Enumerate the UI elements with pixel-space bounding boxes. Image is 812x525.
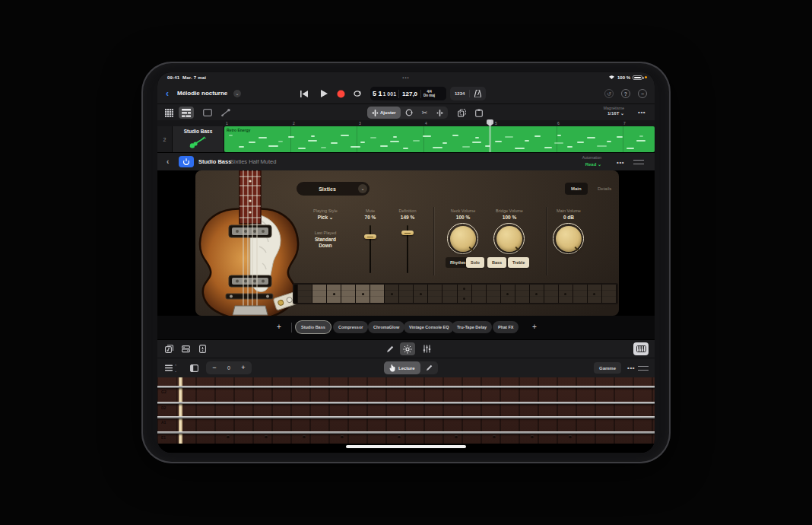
add-plugin-button-left[interactable]: + [273, 322, 285, 332]
play-surface-icon[interactable] [400, 342, 415, 355]
lcd-display[interactable]: 5 11 001 127,0 4/4Do maj [370, 87, 446, 100]
fretboard-editor[interactable]: G2 D2 A1 E1 [157, 377, 655, 444]
string-g2[interactable] [157, 386, 655, 388]
undo-icon[interactable]: ↺ [604, 89, 614, 98]
string-e1[interactable] [157, 431, 655, 434]
drag-handle-icon[interactable] [633, 160, 644, 164]
chain-item-tru-tape-delay[interactable]: Tru-Tape Delay [452, 321, 492, 333]
preset-selector[interactable]: Sixties ⌄ [297, 182, 370, 196]
home-indicator[interactable] [346, 445, 466, 448]
midi-note [360, 142, 365, 143]
lecture-mode-button[interactable]: Lecture [384, 361, 420, 374]
plugin-power-button[interactable] [179, 156, 194, 167]
fret-dot [303, 435, 306, 438]
record-button[interactable] [334, 88, 347, 100]
chain-item-vintage-console-eq[interactable]: Vintage Console EQ [404, 321, 454, 333]
keyboard-view-icon[interactable] [633, 342, 649, 355]
play-button[interactable] [317, 88, 331, 100]
plugin-module-icon[interactable] [195, 342, 210, 355]
fret-dot [341, 435, 344, 438]
tab-main[interactable]: Main [565, 183, 588, 195]
plugin-more-icon[interactable]: ••• [617, 159, 624, 166]
mute-slider[interactable] [370, 225, 371, 273]
divider [433, 207, 434, 275]
song-title[interactable]: Mélodie nocturne [177, 90, 227, 97]
track-header[interactable]: Studio Bass [173, 126, 224, 152]
toolbar-more-icon[interactable]: ••• [638, 109, 645, 116]
plugin-track-name: Studio Bass [198, 158, 231, 165]
fret-dot [569, 435, 572, 438]
metronome-button[interactable] [470, 90, 486, 97]
copy-icon[interactable] [454, 107, 469, 119]
midi-note [442, 142, 447, 144]
midi-region[interactable]: Retro Energy [224, 126, 655, 152]
loop-browser-icon[interactable] [161, 342, 176, 355]
mute-label: Mute [366, 208, 375, 213]
preset-selector-label: Sixties [297, 186, 358, 192]
automation-icon[interactable] [218, 107, 233, 119]
edit-mode-button[interactable] [420, 361, 438, 374]
automation-mode[interactable]: Read ⌄ [585, 161, 601, 167]
midi-note [607, 141, 611, 142]
pencil-icon[interactable] [382, 342, 398, 355]
bass-button[interactable]: Bass [487, 257, 506, 268]
minimize-icon[interactable]: − [638, 89, 647, 98]
neck-volume-knob[interactable] [447, 223, 478, 254]
midi-note [505, 136, 513, 138]
plugin-back-chevron-icon[interactable]: ‹ [167, 158, 169, 166]
loop-tool-button[interactable] [401, 107, 417, 119]
count-in-button[interactable]: 1234 [450, 91, 469, 96]
multitask-dots[interactable]: ••• [157, 75, 655, 80]
octave-plus-button[interactable]: + [235, 361, 252, 374]
split-tool-button[interactable]: ✂ [417, 107, 433, 119]
solo-button[interactable]: Solo [466, 257, 484, 268]
chain-item-compressor[interactable]: Compressor [333, 321, 368, 333]
neck-volume-label: Neck Volume [451, 208, 475, 213]
midi-note [495, 141, 502, 142]
marquee-tool-icon[interactable] [200, 107, 215, 119]
back-chevron-icon[interactable]: ‹ [166, 88, 169, 99]
last-played-value-1: Standard [315, 237, 336, 242]
midi-note [278, 141, 283, 142]
cycle-button[interactable] [350, 88, 364, 100]
song-title-dropdown-icon[interactable]: ⌄ [233, 90, 241, 97]
editor-more-icon[interactable]: ••• [627, 364, 635, 371]
plugin-chain-bar: + Studio Bass Compressor ChromaGlow Vint… [157, 316, 655, 339]
snap-setting[interactable]: Magnétisme 1/16T ⌄ [604, 106, 624, 116]
playhead-line[interactable] [490, 120, 490, 152]
paste-icon[interactable] [471, 107, 487, 119]
string-a1[interactable] [157, 416, 655, 418]
side-panel-icon[interactable] [186, 361, 201, 374]
scale-button[interactable]: Gamme [594, 362, 621, 374]
bridge-volume-knob[interactable] [493, 223, 525, 254]
octave-minus-button[interactable]: − [206, 361, 223, 374]
midi-note [268, 145, 278, 147]
skip-to-start-button[interactable] [297, 88, 311, 100]
preset-chevron-icon: ⌄ [358, 184, 367, 193]
adjust-tool-button[interactable]: Ajuster [367, 107, 401, 119]
fret-position-strip[interactable] [293, 283, 618, 304]
chain-item-phat-fx[interactable]: Phat FX [493, 321, 519, 333]
tracks-view-icon[interactable] [179, 107, 194, 119]
playing-style-value[interactable]: Pick ⌄ [318, 215, 334, 221]
tab-details[interactable]: Details [592, 183, 617, 195]
lcd-key: Do maj [423, 94, 435, 97]
fret-dot [265, 435, 268, 438]
amp-icon[interactable] [178, 342, 193, 355]
ruler-tick: 7 [623, 121, 626, 126]
chain-item-chromaglow[interactable]: ChromaGlow [368, 321, 404, 333]
timeline-ruler[interactable]: 1 2 3 4 5 6 7 [157, 120, 655, 126]
help-icon[interactable]: ? [621, 89, 630, 98]
string-d2[interactable] [157, 402, 655, 404]
mixer-faders-icon[interactable] [419, 342, 434, 355]
treble-button[interactable]: Treble [508, 257, 529, 268]
track-number: 2 [157, 126, 173, 152]
editor-drag-handle-icon[interactable] [638, 366, 649, 371]
trim-tool-button[interactable] [432, 107, 448, 119]
main-volume-knob[interactable] [553, 223, 584, 254]
editor-list-icon[interactable]: ⌃⌄ [162, 361, 180, 374]
add-plugin-button-right[interactable]: + [528, 322, 541, 332]
definition-slider[interactable] [407, 225, 408, 273]
browser-grid-icon[interactable] [161, 107, 176, 119]
chain-item-studio-bass[interactable]: Studio Bass [296, 321, 331, 333]
